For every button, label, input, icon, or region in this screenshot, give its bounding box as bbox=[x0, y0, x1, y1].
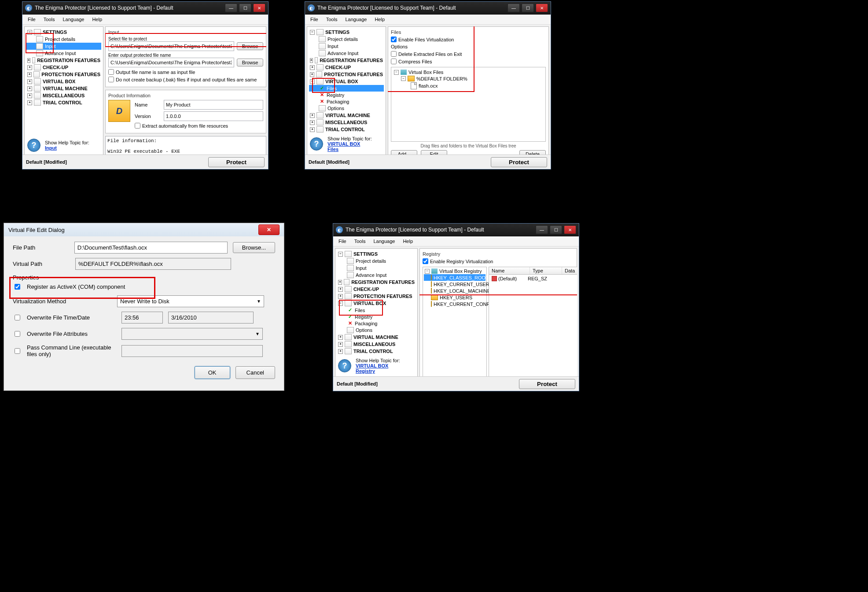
browse-output-button[interactable]: Browse bbox=[237, 59, 263, 66]
extract-auto-checkbox[interactable] bbox=[135, 123, 140, 129]
minimize-button[interactable]: — bbox=[536, 225, 548, 234]
vb-files-tree[interactable]: −Virtual Box Files −%DEFAULT FOLDER% fla… bbox=[391, 67, 546, 142]
file-path-input[interactable] bbox=[74, 242, 228, 254]
menu-help[interactable]: Help bbox=[371, 16, 388, 23]
tree-vb-packaging[interactable]: ✕Packaging bbox=[337, 320, 416, 327]
expand-icon[interactable]: + bbox=[338, 335, 343, 340]
tree-project-details[interactable]: Project details bbox=[26, 36, 101, 43]
expand-icon[interactable]: + bbox=[27, 58, 30, 63]
output-file-path[interactable] bbox=[108, 58, 234, 67]
col-type[interactable]: Type bbox=[530, 267, 562, 274]
menu-file[interactable]: File bbox=[24, 16, 39, 23]
collapse-icon[interactable]: − bbox=[401, 76, 406, 81]
collapse-icon[interactable]: − bbox=[425, 269, 430, 274]
no-backup-checkbox[interactable] bbox=[108, 77, 114, 82]
menu-help[interactable]: Help bbox=[399, 238, 416, 245]
help-icon[interactable]: ? bbox=[27, 139, 40, 152]
expand-icon[interactable]: + bbox=[310, 120, 315, 125]
tree-settings[interactable]: −SETTINGS bbox=[337, 250, 416, 257]
menu-tools[interactable]: Tools bbox=[351, 238, 369, 245]
col-name[interactable]: Name bbox=[489, 267, 530, 274]
tree-vb-options[interactable]: Options bbox=[309, 105, 384, 112]
tree-registration[interactable]: +REGISTRATION FEATURES bbox=[26, 57, 101, 64]
virtual-path-input[interactable] bbox=[75, 258, 231, 270]
tree-checkup[interactable]: +CHECK-UP bbox=[309, 64, 384, 71]
hkey-current-config[interactable]: HKEY_CURRENT_CONFIG bbox=[424, 301, 485, 307]
tree-vb-packaging[interactable]: ✕Packaging bbox=[309, 98, 384, 105]
delete-extracted-checkbox[interactable] bbox=[391, 51, 397, 57]
close-button[interactable]: ✕ bbox=[253, 4, 265, 12]
pass-cmdline-checkbox[interactable] bbox=[15, 348, 20, 354]
collapse-icon[interactable]: − bbox=[310, 79, 315, 84]
collapse-icon[interactable]: − bbox=[310, 30, 315, 35]
collapse-icon[interactable]: − bbox=[338, 252, 343, 257]
tree-trial[interactable]: +TRIAL CONTROL bbox=[337, 348, 416, 355]
help-link-1[interactable]: VIRTUAL BOX bbox=[327, 141, 360, 147]
expand-icon[interactable]: + bbox=[310, 58, 313, 63]
compress-files-checkbox[interactable] bbox=[391, 59, 397, 64]
browse-input-button[interactable]: Browse bbox=[237, 42, 263, 50]
tree-advance-input[interactable]: Advance Input bbox=[337, 272, 416, 279]
tree-virtualbox[interactable]: +VIRTUAL BOX bbox=[26, 78, 101, 85]
expand-icon[interactable]: + bbox=[338, 349, 343, 354]
hkey-classes-root[interactable]: HKEY_CLASSES_ROOT bbox=[424, 274, 485, 281]
tree-advance-input[interactable]: Advance Input bbox=[309, 50, 384, 57]
tree-vb-files[interactable]: ✓Files bbox=[309, 85, 384, 92]
tree-protection[interactable]: +PROTECTION FEATURES bbox=[26, 71, 101, 78]
cancel-button[interactable]: Cancel bbox=[235, 366, 275, 379]
same-name-checkbox[interactable] bbox=[108, 69, 114, 75]
hkey-local-machine[interactable]: HKEY_LOCAL_MACHINE bbox=[424, 287, 485, 294]
enable-reg-virt-checkbox[interactable] bbox=[423, 258, 428, 264]
help-link[interactable]: Input bbox=[45, 145, 57, 151]
date-input[interactable] bbox=[168, 312, 254, 324]
collapse-icon[interactable]: − bbox=[338, 301, 343, 306]
menu-file[interactable]: File bbox=[335, 238, 350, 245]
tree-virtualmachine[interactable]: +VIRTUAL MACHINE bbox=[309, 112, 384, 119]
tree-protection[interactable]: +PROTECTION FEATURES bbox=[309, 71, 384, 78]
protect-button[interactable]: Protect bbox=[491, 157, 547, 167]
tree-advance-input[interactable]: Advance Input bbox=[26, 50, 101, 57]
dialog-close-button[interactable]: ✕ bbox=[258, 224, 280, 235]
tree-checkup[interactable]: +CHECK-UP bbox=[337, 286, 416, 293]
expand-icon[interactable]: + bbox=[338, 294, 343, 299]
help-link-2[interactable]: Files bbox=[327, 147, 338, 152]
expand-icon[interactable]: + bbox=[27, 72, 32, 77]
maximize-button[interactable]: ☐ bbox=[550, 225, 562, 234]
activex-checkbox[interactable] bbox=[15, 284, 20, 290]
titlebar[interactable]: ◐ The Enigma Protector [Licensed to Supp… bbox=[305, 2, 551, 15]
enable-files-virt-checkbox[interactable] bbox=[391, 37, 397, 42]
tree-input[interactable]: Input bbox=[26, 43, 101, 50]
attr-combo[interactable]: ▼ bbox=[121, 328, 263, 340]
default-folder[interactable]: %DEFAULT FOLDER% bbox=[416, 76, 467, 81]
browse-button[interactable]: Browse... bbox=[233, 242, 275, 253]
tree-input[interactable]: Input bbox=[337, 265, 416, 272]
cmdline-input[interactable] bbox=[121, 345, 263, 357]
close-button[interactable]: ✕ bbox=[536, 4, 548, 12]
expand-icon[interactable]: + bbox=[338, 287, 343, 292]
hkey-current-user[interactable]: HKEY_CURRENT_USER bbox=[424, 281, 485, 287]
ok-button[interactable]: OK bbox=[195, 366, 230, 379]
help-link-1[interactable]: VIRTUAL BOX bbox=[356, 363, 388, 368]
help-icon[interactable]: ? bbox=[338, 359, 351, 372]
collapse-icon[interactable]: − bbox=[394, 70, 399, 75]
tree-registration[interactable]: +REGISTRATION FEATURES bbox=[309, 57, 384, 64]
input-file-path[interactable] bbox=[108, 41, 234, 51]
tree-virtualmachine[interactable]: +VIRTUAL MACHINE bbox=[26, 85, 101, 92]
expand-icon[interactable]: + bbox=[27, 86, 32, 91]
close-button[interactable]: ✕ bbox=[564, 225, 576, 234]
expand-icon[interactable]: + bbox=[310, 127, 315, 132]
tree-misc[interactable]: +MISCELLANEOUS bbox=[26, 92, 101, 99]
expand-icon[interactable]: + bbox=[310, 113, 315, 118]
menu-file[interactable]: File bbox=[307, 16, 322, 23]
help-icon[interactable]: ? bbox=[310, 137, 323, 151]
expand-icon[interactable]: + bbox=[27, 93, 32, 98]
expand-icon[interactable]: + bbox=[27, 65, 32, 70]
protect-button[interactable]: Protect bbox=[208, 157, 265, 167]
tree-input[interactable]: Input bbox=[309, 43, 384, 50]
expand-icon[interactable]: + bbox=[338, 342, 343, 347]
tree-vb-registry[interactable]: ✓Registry bbox=[337, 313, 416, 320]
col-data[interactable]: Data bbox=[562, 267, 577, 274]
menu-language[interactable]: Language bbox=[370, 238, 398, 245]
file-flash[interactable]: flash.ocx bbox=[419, 83, 438, 88]
expand-icon[interactable]: + bbox=[338, 280, 342, 285]
